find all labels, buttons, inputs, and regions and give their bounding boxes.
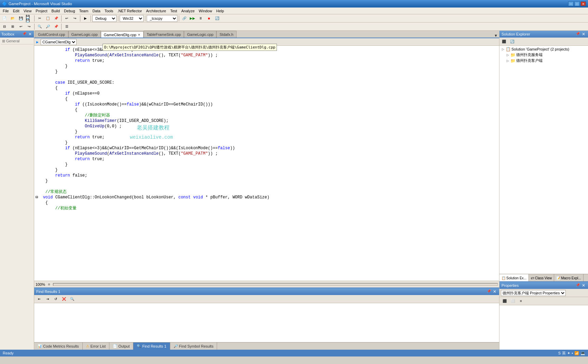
tb2-btn1[interactable]: ⊟ bbox=[1, 23, 8, 30]
tab-output[interactable]: 📄 Output bbox=[109, 342, 133, 350]
menu-build[interactable]: Build bbox=[50, 8, 62, 14]
toolbox-general[interactable]: ⊞ General bbox=[1, 38, 33, 44]
toolbox-pin[interactable]: 📌 bbox=[22, 32, 27, 37]
break-btn[interactable]: ⏸ bbox=[197, 15, 204, 22]
find-results-icon: 🔍 bbox=[137, 344, 141, 348]
tab-menu-btn[interactable]: ▼ bbox=[493, 33, 499, 38]
restore-button[interactable]: □ bbox=[574, 1, 580, 6]
platform-dropdown[interactable]: Win32 x64 bbox=[120, 15, 144, 22]
config-dropdown[interactable]: Debug Release bbox=[92, 15, 117, 22]
close-button[interactable]: ✕ bbox=[580, 1, 586, 6]
menu-debug[interactable]: Debug bbox=[62, 8, 77, 14]
find-refresh-btn[interactable]: ↺ bbox=[52, 296, 59, 303]
stop-btn[interactable]: ■ bbox=[205, 15, 213, 22]
tree-server-project[interactable]: ▷ 📁 德州扑克服务端 bbox=[500, 52, 587, 58]
expand-icon3[interactable]: ▷ bbox=[506, 59, 510, 63]
paste-btn[interactable]: 📌 bbox=[52, 15, 60, 22]
new-btn[interactable]: 📄 bbox=[1, 15, 8, 22]
find-panel-content[interactable] bbox=[34, 303, 499, 342]
menu-view[interactable]: View bbox=[22, 8, 34, 14]
sol-tab-explorer[interactable]: 📋 Solution Ex... bbox=[499, 274, 529, 282]
expand-icon2[interactable]: ▷ bbox=[506, 53, 510, 57]
find-panel-pin[interactable]: 📌 bbox=[486, 289, 492, 294]
tab-label: Stdafx.h bbox=[219, 32, 233, 37]
start-debug-btn[interactable]: ▶▶ bbox=[189, 15, 196, 22]
tab-code-metrics[interactable]: 📊 Code Metrics Results bbox=[34, 342, 83, 350]
attach-btn[interactable]: 🔗 bbox=[181, 15, 188, 22]
expand-icon[interactable]: ▷ bbox=[501, 47, 505, 51]
menu-edit[interactable]: Edit bbox=[11, 8, 22, 14]
tb2-btn6[interactable]: 🔎 bbox=[44, 23, 52, 30]
redo-btn[interactable]: ↪ bbox=[71, 15, 79, 22]
menu-data[interactable]: Data bbox=[90, 8, 102, 14]
tab-gamelogic2[interactable]: GameLogic.cpp bbox=[184, 31, 216, 38]
find-panel-close[interactable]: ✕ bbox=[492, 289, 497, 294]
find-search-btn[interactable]: 🔍 bbox=[68, 296, 76, 303]
tb2-btn5[interactable]: 🔍 bbox=[36, 23, 43, 30]
tb2-btn8[interactable]: ☰ bbox=[63, 23, 70, 30]
menu-net-reflector[interactable]: .NET Reflector bbox=[115, 8, 144, 14]
code-line: return true; bbox=[36, 58, 498, 64]
tree-solution[interactable]: ▷ 📋 Solution 'GameProject' (2 projects) bbox=[500, 46, 587, 52]
class-dropdown[interactable]: CGameClientDlg bbox=[41, 39, 77, 45]
tab-find-symbol[interactable]: 🔎 Find Symbol Results bbox=[170, 342, 217, 350]
tb2-btn3[interactable]: ↩ bbox=[17, 23, 25, 30]
menu-architecture[interactable]: Architecture bbox=[144, 8, 168, 14]
undo-btn[interactable]: ↩ bbox=[63, 15, 70, 22]
cut-btn[interactable]: ✂ bbox=[36, 15, 43, 22]
minimize-button[interactable]: ─ bbox=[568, 1, 574, 6]
find-prev-btn[interactable]: ⇤ bbox=[36, 296, 43, 303]
props-sort-btn[interactable]: ⬜ bbox=[509, 298, 517, 305]
find-next-btn[interactable]: ⇥ bbox=[44, 296, 51, 303]
solution-close[interactable]: ✕ bbox=[581, 32, 586, 37]
props-close[interactable]: ✕ bbox=[581, 283, 586, 288]
props-toolbar: 德州扑克客户端 Project Properties bbox=[499, 289, 588, 297]
solution-toolbar: ⬛ 🔄 bbox=[499, 38, 588, 46]
tree-client-project[interactable]: ▷ 📁 德州扑克客户端 bbox=[500, 58, 587, 64]
tab-tableframesink[interactable]: TableFrameSink.cpp bbox=[144, 31, 184, 38]
target-dropdown[interactable]: _tcscpy bbox=[147, 15, 177, 22]
code-editor[interactable]: if (nElapse<=3&&wChairID==cpt PlayGameSo… bbox=[34, 46, 499, 281]
props-cat-btn[interactable]: ⬛ bbox=[501, 298, 508, 305]
menu-window[interactable]: Window bbox=[197, 8, 214, 14]
code-line: { bbox=[36, 200, 498, 206]
tab-gameclientdlg[interactable]: GameClientDlg.cpp ✕ bbox=[101, 31, 144, 38]
save-all-btn[interactable]: 💾💾 bbox=[25, 15, 33, 22]
save-btn[interactable]: 💾 bbox=[17, 15, 25, 22]
props-object-select[interactable]: 德州扑克客户端 Project Properties bbox=[501, 290, 566, 296]
props-pin[interactable]: 📌 bbox=[575, 283, 580, 288]
menu-file[interactable]: File bbox=[1, 8, 11, 14]
solution-tb2[interactable]: 🔄 bbox=[508, 38, 516, 45]
menu-project[interactable]: Project bbox=[34, 8, 49, 14]
menu-help[interactable]: Help bbox=[214, 8, 226, 14]
code-line: } bbox=[36, 129, 498, 135]
restart-btn[interactable]: 🔄 bbox=[213, 15, 221, 22]
tab-close-icon[interactable]: ✕ bbox=[138, 33, 141, 37]
sep1 bbox=[34, 15, 35, 22]
tb2-btn7[interactable]: 📌 bbox=[52, 23, 60, 30]
solution-pin[interactable]: 📌 bbox=[575, 32, 580, 37]
run-btn[interactable]: ▶ bbox=[82, 15, 89, 22]
menu-analyze[interactable]: Analyze bbox=[179, 8, 197, 14]
props-list-btn[interactable]: ≡ bbox=[517, 298, 525, 305]
copy-btn[interactable]: 📋 bbox=[44, 15, 52, 22]
open-btn[interactable]: 📂 bbox=[9, 15, 16, 22]
menu-test[interactable]: Test bbox=[168, 8, 179, 14]
title-controls[interactable]: ─ □ ✕ bbox=[568, 1, 586, 6]
solution-tb1[interactable]: ⬛ bbox=[500, 38, 508, 45]
toolbox-close[interactable]: ✕ bbox=[28, 32, 32, 37]
watermark-text1: 老吴搭建教程 bbox=[137, 124, 170, 131]
sol-tab-macro[interactable]: 📝 Macro Expl... bbox=[554, 274, 583, 282]
tab-find-results[interactable]: 🔍 Find Results 1 bbox=[133, 342, 170, 350]
tab-goldcontrol[interactable]: GoldControl.cpp bbox=[35, 31, 68, 38]
menu-team[interactable]: Team bbox=[77, 8, 91, 14]
tab-error-list[interactable]: ⚠ Error List bbox=[83, 342, 110, 350]
tab-error-label: Error List bbox=[91, 344, 106, 348]
find-clear-btn[interactable]: ❌ bbox=[60, 296, 68, 303]
tab-stdafx[interactable]: Stdafx.h bbox=[216, 31, 236, 38]
sol-tab-class[interactable]: 🏷 Class View bbox=[529, 274, 554, 282]
menu-tools[interactable]: Tools bbox=[103, 8, 116, 14]
tb2-btn4[interactable]: ↪ bbox=[25, 23, 33, 30]
tb2-btn2[interactable]: ⊞ bbox=[9, 23, 16, 30]
tab-gamelogic1[interactable]: GameLogic.cpp bbox=[68, 31, 101, 38]
